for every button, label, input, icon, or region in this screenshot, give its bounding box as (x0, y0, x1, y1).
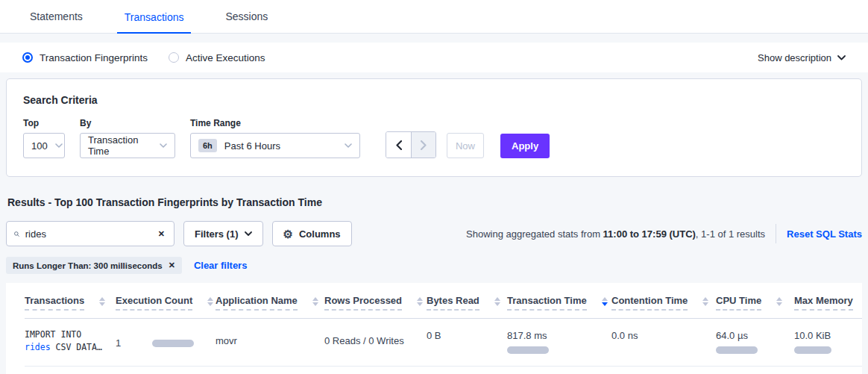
search-icon (14, 229, 19, 239)
column-header-transaction-time: Transaction Time (507, 295, 611, 311)
contention-time-cell: 0.0 ns (611, 328, 716, 354)
radio-label: Active Executions (186, 52, 265, 63)
rows-processed-cell: 0 Reads / 0 Writes (324, 328, 427, 354)
active-filters-row: Runs Longer Than: 300 milliseconds ✕ Cle… (6, 257, 862, 274)
time-next-button[interactable] (411, 132, 435, 158)
chevron-down-icon (245, 231, 252, 236)
aggregated-stats-text: Showing aggregated stats from 11:00 to 1… (466, 228, 765, 240)
by-select[interactable]: Transaction Time (80, 133, 175, 158)
sort-icon[interactable] (417, 297, 423, 306)
sort-icon[interactable] (494, 297, 500, 306)
sort-icon[interactable] (207, 297, 213, 306)
cpu-time-cell: 64.0 µs (716, 328, 794, 354)
chevron-left-icon (396, 140, 402, 150)
clear-search-icon[interactable]: ✕ (157, 228, 166, 240)
stats-area: Showing aggregated stats from 11:00 to 1… (466, 224, 862, 243)
time-range-badge: 6h (198, 139, 217, 152)
sort-icon[interactable] (312, 297, 318, 306)
search-input[interactable] (25, 228, 157, 240)
time-range-field: Time Range 6h Past 6 Hours (190, 118, 360, 158)
application-name-cell: movr (216, 328, 324, 354)
execution-count-bar (152, 340, 194, 347)
tab-transactions[interactable]: Transactions (117, 11, 192, 34)
time-range-value: Past 6 Hours (224, 140, 280, 152)
sort-icon[interactable] (702, 297, 708, 306)
transaction-link[interactable]: rides (25, 342, 51, 352)
max-memory-bar (794, 346, 831, 354)
chevron-down-icon (337, 143, 352, 148)
radio-active-executions[interactable]: Active Executions (169, 52, 265, 63)
table-header-row: Transactions Execution Count Application… (25, 283, 862, 319)
results-toolbar: ✕ Filters (1) ⚙ Columns Showing aggregat… (6, 221, 862, 246)
tab-statements[interactable]: Statements (22, 10, 90, 33)
chevron-down-icon (152, 143, 167, 148)
filters-button[interactable]: Filters (1) (183, 221, 263, 246)
results-table: Transactions Execution Count Application… (6, 283, 862, 374)
columns-label: Columns (299, 228, 341, 240)
bytes-read-cell: 0 B (427, 328, 507, 354)
sort-icon[interactable] (99, 297, 105, 306)
column-header-rows-processed: Rows Processed (324, 295, 427, 311)
tab-sessions[interactable]: Sessions (218, 10, 275, 33)
by-value: Transaction Time (88, 134, 152, 157)
chevron-down-icon (48, 143, 63, 148)
sort-icon-active-desc[interactable] (602, 297, 608, 306)
sort-icon[interactable] (776, 297, 782, 306)
results-title: Results - Top 100 Transaction Fingerprin… (7, 196, 868, 208)
filter-chip-label: Runs Longer Than: 300 milliseconds (13, 261, 163, 270)
column-header-execution-count: Execution Count (116, 295, 216, 311)
show-description-toggle[interactable]: Show description (758, 52, 846, 63)
filter-chip: Runs Longer Than: 300 milliseconds ✕ (6, 257, 182, 274)
radio-unselected-icon (169, 52, 179, 63)
clear-filters-link[interactable]: Clear filters (194, 260, 248, 271)
time-prev-button[interactable] (386, 132, 411, 158)
cpu-time-bar (716, 346, 758, 354)
gear-icon: ⚙ (283, 228, 293, 240)
max-memory-cell: 10.0 KiB (794, 328, 862, 354)
time-nav-group (386, 131, 436, 158)
search-criteria-title: Search Criteria (23, 94, 845, 106)
now-button[interactable]: Now (447, 133, 484, 158)
filters-label: Filters (1) (195, 228, 239, 240)
columns-button[interactable]: ⚙ Columns (272, 221, 352, 246)
time-range-select[interactable]: 6h Past 6 Hours (190, 133, 360, 158)
transaction-time-cell: 817.8 ms (507, 328, 611, 354)
divider (776, 224, 776, 243)
page-tabs: Statements Transactions Sessions (0, 0, 868, 34)
top-value: 100 (31, 140, 48, 152)
view-toggle-bar: Transaction Fingerprints Active Executio… (0, 43, 868, 72)
results-search-box: ✕ (6, 221, 174, 246)
execution-count-cell: 1 (116, 328, 216, 354)
transaction-time-bar (507, 346, 549, 354)
top-select[interactable]: 100 (23, 133, 65, 158)
radio-selected-icon (22, 52, 33, 63)
remove-filter-icon[interactable]: ✕ (169, 261, 175, 270)
radio-label: Transaction Fingerprints (40, 52, 148, 63)
column-header-max-memory: Max Memory (794, 295, 868, 311)
column-header-application-name: Application Name (216, 295, 324, 311)
apply-button[interactable]: Apply (500, 134, 550, 158)
chevron-down-icon (837, 55, 846, 60)
top-field: Top 100 (23, 118, 65, 158)
column-header-cpu-time: CPU Time (716, 295, 794, 311)
show-description-label: Show description (758, 52, 831, 63)
reset-sql-stats-link[interactable]: Reset SQL Stats (787, 228, 862, 240)
chevron-right-icon (421, 140, 427, 150)
by-field: By Transaction Time (80, 118, 175, 158)
radio-transaction-fingerprints[interactable]: Transaction Fingerprints (22, 52, 148, 63)
time-range-label: Time Range (190, 118, 360, 128)
transaction-fingerprint-cell[interactable]: IMPORT INTO rides CSV DATA… (25, 328, 116, 354)
column-header-contention-time: Contention Time (611, 295, 716, 311)
search-criteria-card: Search Criteria Top 100 By Transaction T… (6, 78, 862, 177)
column-header-bytes-read: Bytes Read (427, 295, 507, 311)
top-label: Top (23, 118, 65, 128)
column-header-transactions: Transactions (25, 295, 116, 311)
by-label: By (80, 118, 175, 128)
table-row: IMPORT INTO rides CSV DATA… 1 movr 0 Rea… (25, 319, 862, 367)
